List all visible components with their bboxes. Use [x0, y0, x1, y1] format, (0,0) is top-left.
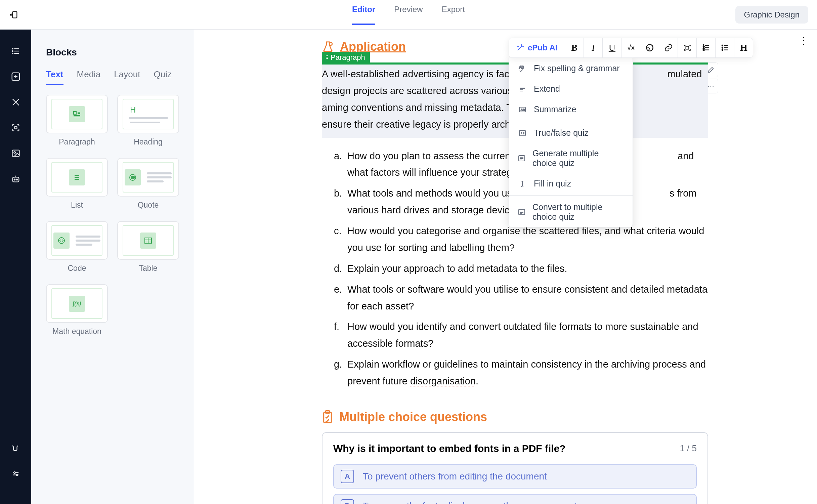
underline-button[interactable]: U [602, 38, 621, 57]
grip-icon[interactable]: ⠿ [325, 55, 328, 60]
mcq-title: Multiple choice questions [339, 410, 487, 424]
left-rail [0, 30, 31, 504]
label-table: Table [117, 264, 179, 273]
panel-tab-layout[interactable]: Layout [114, 69, 140, 85]
heading-button[interactable]: H [734, 38, 753, 57]
svg-rect-40 [686, 46, 689, 49]
svg-point-51 [722, 47, 723, 48]
scan-icon[interactable] [10, 122, 21, 133]
svg-point-31 [58, 238, 64, 244]
ai-fill-in[interactable]: Fill in quiz [509, 173, 633, 194]
svg-point-15 [16, 179, 17, 180]
settings-icon[interactable] [10, 468, 21, 479]
top-bar: Editor Preview Export Graphic Design [0, 0, 817, 30]
block-table[interactable] [117, 221, 179, 260]
ai-multiple-choice[interactable]: Generate multiple choice quiz [509, 143, 633, 173]
block-list[interactable] [46, 158, 108, 197]
svg-point-12 [14, 152, 15, 153]
svg-text:AB: AB [519, 65, 524, 69]
label-math: Math equation [46, 327, 108, 336]
color-button[interactable] [640, 38, 659, 57]
truefalse-icon [518, 128, 527, 138]
summarize-icon: AB [518, 105, 527, 114]
label-code: Code [46, 264, 108, 273]
tab-editor[interactable]: Editor [352, 5, 375, 25]
ai-summarize[interactable]: ABSummarize [509, 99, 633, 120]
outline-icon[interactable] [10, 46, 21, 56]
ai-button[interactable]: ePub AI [509, 38, 565, 57]
bullet-list-button[interactable] [715, 38, 734, 57]
ai-dropdown: ABFix spelling & grammar Extend ABSummar… [509, 58, 633, 227]
svg-point-14 [14, 179, 15, 180]
bold-button[interactable]: B [565, 38, 584, 57]
equation-button[interactable]: √x [621, 38, 640, 57]
mcq-option-b[interactable]: BTo ensure the fonts display correctly o… [333, 494, 697, 504]
context-chip[interactable]: Graphic Design [735, 6, 808, 24]
block-quote[interactable]: 99 [117, 158, 179, 197]
paragraph-tag[interactable]: ⠿Paragraph [322, 52, 370, 63]
ordered-list-button[interactable]: 123 [696, 38, 715, 57]
exit-button[interactable] [9, 10, 19, 20]
ai-label: ePub AI [528, 43, 557, 52]
block-heading[interactable]: H [117, 95, 179, 133]
svg-point-36 [329, 42, 332, 45]
svg-point-4 [12, 48, 13, 49]
design-icon[interactable] [10, 97, 21, 108]
extend-icon [518, 84, 527, 94]
svg-text:AB: AB [521, 108, 525, 112]
tab-preview[interactable]: Preview [394, 5, 423, 25]
svg-rect-21 [74, 112, 76, 114]
floating-toolbar: ePub AI B I U √x 123 H [509, 38, 753, 58]
svg-point-52 [722, 49, 723, 50]
paragraph-tag-label: Paragraph [331, 53, 365, 62]
svg-point-50 [722, 45, 723, 46]
frame-button[interactable] [678, 38, 696, 57]
bot-icon[interactable] [10, 173, 21, 184]
link-button[interactable] [659, 38, 678, 57]
panel-tab-text[interactable]: Text [46, 69, 63, 85]
panel-tab-media[interactable]: Media [77, 69, 101, 85]
mcq-heading: Multiple choice questions [322, 410, 708, 424]
panel-title: Blocks [46, 47, 179, 58]
cursor-icon [518, 179, 527, 188]
svg-point-6 [12, 53, 13, 54]
svg-rect-0 [13, 11, 17, 18]
mcq-question: Why is it important to embed fonts in a … [333, 443, 566, 454]
image-icon[interactable] [10, 148, 21, 159]
block-paragraph[interactable] [46, 95, 108, 133]
ai-fix-spelling[interactable]: ABFix spelling & grammar [509, 58, 633, 79]
ai-convert-mcq[interactable]: Convert to multiple choice quiz [509, 197, 633, 227]
spellcheck-icon: AB [518, 64, 527, 73]
label-paragraph: Paragraph [46, 137, 108, 146]
mcq-counter: 1 / 5 [680, 443, 697, 454]
svg-point-61 [523, 132, 524, 133]
main-tabs: Editor Preview Export [352, 5, 465, 25]
ai-extend[interactable]: Extend [509, 79, 633, 99]
label-quote: Quote [117, 201, 179, 210]
ai-true-false[interactable]: True/false quiz [509, 123, 633, 143]
svg-point-19 [14, 472, 15, 473]
panel-tabs: Text Media Layout Quiz [46, 69, 179, 85]
editor-canvas: ⋮ ⋯ Application ⠿Paragraph A well-establ… [194, 30, 817, 504]
italic-button[interactable]: I [584, 38, 602, 57]
kebab-menu[interactable]: ⋮ [799, 35, 808, 46]
svg-point-5 [12, 51, 13, 51]
panel-tab-quiz[interactable]: Quiz [154, 69, 171, 85]
keyboard-icon[interactable] [10, 443, 21, 454]
mcq-card: Why is it important to embed fonts in a … [322, 432, 708, 504]
svg-rect-10 [14, 127, 17, 129]
svg-point-20 [16, 474, 18, 476]
convert-icon [518, 207, 526, 217]
clipboard-icon [322, 410, 333, 424]
block-code[interactable] [46, 221, 108, 260]
label-heading: Heading [117, 137, 179, 146]
blocks-panel: Blocks Text Media Layout Quiz H Paragrap… [31, 30, 194, 504]
block-math[interactable]: ∫(x) [46, 284, 108, 323]
wand-icon [516, 44, 524, 52]
add-block-icon[interactable] [10, 71, 21, 82]
mcq-option-a[interactable]: ATo prevent others from editing the docu… [333, 464, 697, 489]
svg-point-62 [523, 133, 524, 134]
svg-rect-60 [519, 130, 525, 136]
flask-icon [322, 41, 334, 53]
tab-export[interactable]: Export [442, 5, 465, 25]
